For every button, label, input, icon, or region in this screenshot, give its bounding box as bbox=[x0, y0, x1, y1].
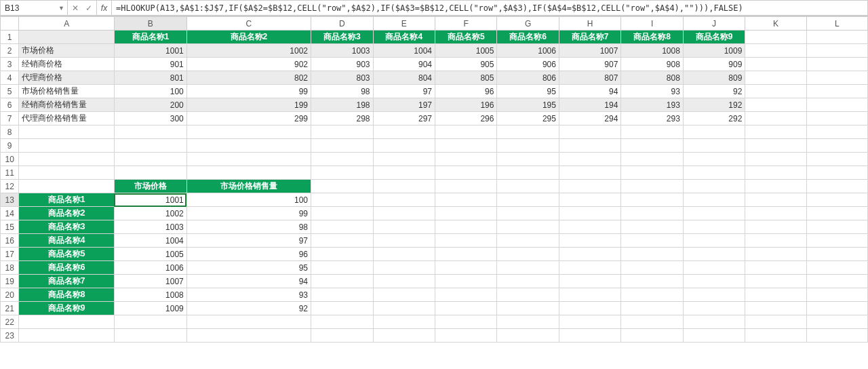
cell-H19[interactable] bbox=[559, 275, 620, 288]
table1-col-header[interactable]: 商品名称6 bbox=[497, 31, 559, 44]
table1-row-label[interactable]: 经销商价格 bbox=[19, 58, 115, 71]
table1-value[interactable]: 904 bbox=[373, 58, 435, 71]
table2-row-label[interactable]: 商品名称5 bbox=[19, 248, 115, 261]
cell-F19[interactable] bbox=[435, 275, 496, 288]
cell-A12[interactable] bbox=[19, 180, 115, 193]
cell-L20[interactable] bbox=[806, 288, 867, 302]
cell-A11[interactable] bbox=[19, 166, 115, 180]
row-header-6[interactable]: 6 bbox=[1, 98, 19, 112]
cell-H8[interactable] bbox=[559, 125, 620, 139]
cell-G23[interactable] bbox=[497, 329, 559, 343]
cell-L23[interactable] bbox=[806, 329, 867, 343]
cell-C23[interactable] bbox=[186, 329, 311, 343]
cell-H18[interactable] bbox=[559, 261, 620, 275]
cell-H23[interactable] bbox=[559, 329, 620, 343]
cell-G18[interactable] bbox=[497, 261, 559, 275]
cell-J18[interactable] bbox=[683, 261, 745, 275]
worksheet-grid[interactable]: ABCDEFGHIJKL1商品名称1商品名称2商品名称3商品名称4商品名称5商品… bbox=[0, 16, 868, 369]
cell-I20[interactable] bbox=[621, 288, 683, 302]
cell-K12[interactable] bbox=[745, 180, 806, 193]
cell-L15[interactable] bbox=[806, 220, 867, 234]
table1-value[interactable]: 200 bbox=[114, 98, 186, 112]
table1-col-header[interactable]: 商品名称1 bbox=[114, 31, 186, 44]
cell-E18[interactable] bbox=[373, 261, 435, 275]
table1-row-label[interactable]: 市场价格销售量 bbox=[19, 85, 115, 98]
cell-I13[interactable] bbox=[621, 193, 683, 207]
table1-value[interactable]: 901 bbox=[114, 58, 186, 71]
table2-value-b[interactable]: 1001 bbox=[114, 193, 186, 207]
table1-value[interactable]: 907 bbox=[559, 58, 620, 71]
cell-E9[interactable] bbox=[373, 139, 435, 153]
row-header-11[interactable]: 11 bbox=[1, 166, 19, 180]
table2-value-c[interactable]: 92 bbox=[186, 302, 311, 315]
row-header-4[interactable]: 4 bbox=[1, 71, 19, 85]
cell-L3[interactable] bbox=[806, 58, 867, 71]
cell-I16[interactable] bbox=[621, 234, 683, 248]
cell-L14[interactable] bbox=[806, 207, 867, 220]
cell-J12[interactable] bbox=[683, 180, 745, 193]
table1-value[interactable]: 1005 bbox=[435, 44, 496, 58]
table1-value[interactable]: 294 bbox=[559, 112, 620, 125]
cell-E16[interactable] bbox=[373, 234, 435, 248]
cell-I19[interactable] bbox=[621, 275, 683, 288]
select-all-corner[interactable] bbox=[1, 17, 19, 31]
cell-L16[interactable] bbox=[806, 234, 867, 248]
row-header-19[interactable]: 19 bbox=[1, 275, 19, 288]
table1-value[interactable]: 295 bbox=[497, 112, 559, 125]
cell-H16[interactable] bbox=[559, 234, 620, 248]
cell-L21[interactable] bbox=[806, 302, 867, 315]
cell-G20[interactable] bbox=[497, 288, 559, 302]
cancel-icon[interactable]: ✕ bbox=[72, 3, 79, 13]
cell-G9[interactable] bbox=[497, 139, 559, 153]
table1-value[interactable]: 1002 bbox=[186, 44, 311, 58]
row-header-9[interactable]: 9 bbox=[1, 139, 19, 153]
cell-D21[interactable] bbox=[311, 302, 373, 315]
cell-I9[interactable] bbox=[621, 139, 683, 153]
cell-E13[interactable] bbox=[373, 193, 435, 207]
cell-K18[interactable] bbox=[745, 261, 806, 275]
cell-F15[interactable] bbox=[435, 220, 496, 234]
cell-J19[interactable] bbox=[683, 275, 745, 288]
cell-K21[interactable] bbox=[745, 302, 806, 315]
cell-J22[interactable] bbox=[683, 315, 745, 329]
cell-E15[interactable] bbox=[373, 220, 435, 234]
table1-value[interactable]: 801 bbox=[114, 71, 186, 85]
row-header-23[interactable]: 23 bbox=[1, 329, 19, 343]
cell-B22[interactable] bbox=[114, 315, 186, 329]
table1-value[interactable]: 99 bbox=[186, 85, 311, 98]
cell-L13[interactable] bbox=[806, 193, 867, 207]
cell-J8[interactable] bbox=[683, 125, 745, 139]
cell-D12[interactable] bbox=[311, 180, 373, 193]
cell-J10[interactable] bbox=[683, 153, 745, 166]
table1-value[interactable]: 807 bbox=[559, 71, 620, 85]
cell-K3[interactable] bbox=[745, 58, 806, 71]
table2-value-b[interactable]: 1004 bbox=[114, 234, 186, 248]
cell-K6[interactable] bbox=[745, 98, 806, 112]
cell-G21[interactable] bbox=[497, 302, 559, 315]
row-header-3[interactable]: 3 bbox=[1, 58, 19, 71]
cell-L10[interactable] bbox=[806, 153, 867, 166]
cell-K8[interactable] bbox=[745, 125, 806, 139]
cell-K16[interactable] bbox=[745, 234, 806, 248]
cell-K9[interactable] bbox=[745, 139, 806, 153]
cell-J23[interactable] bbox=[683, 329, 745, 343]
cell-A1[interactable] bbox=[19, 31, 115, 44]
cell-F10[interactable] bbox=[435, 153, 496, 166]
row-header-16[interactable]: 16 bbox=[1, 234, 19, 248]
cell-E17[interactable] bbox=[373, 248, 435, 261]
cell-J21[interactable] bbox=[683, 302, 745, 315]
col-header-E[interactable]: E bbox=[373, 17, 435, 31]
cell-H20[interactable] bbox=[559, 288, 620, 302]
col-header-C[interactable]: C bbox=[186, 17, 311, 31]
cell-K22[interactable] bbox=[745, 315, 806, 329]
table2-value-b[interactable]: 1007 bbox=[114, 275, 186, 288]
cell-B9[interactable] bbox=[114, 139, 186, 153]
table1-col-header[interactable]: 商品名称3 bbox=[311, 31, 373, 44]
cell-C10[interactable] bbox=[186, 153, 311, 166]
cell-J9[interactable] bbox=[683, 139, 745, 153]
table1-value[interactable]: 97 bbox=[373, 85, 435, 98]
table1-value[interactable]: 100 bbox=[114, 85, 186, 98]
table1-value[interactable]: 94 bbox=[559, 85, 620, 98]
col-header-G[interactable]: G bbox=[497, 17, 559, 31]
cell-G11[interactable] bbox=[497, 166, 559, 180]
